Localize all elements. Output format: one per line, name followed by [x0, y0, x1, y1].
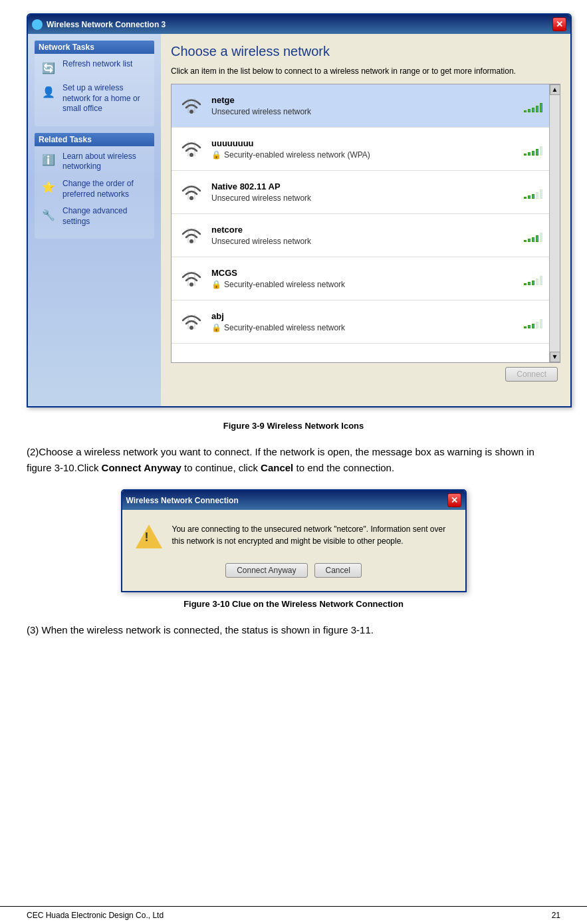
scrollbar[interactable]: ▲ ▼ — [549, 84, 560, 362]
connect-anyway-bold: Connect Anyway — [102, 462, 181, 473]
lock-icon: 🔒 — [211, 150, 221, 160]
warning-dialog-wrapper: Wireless Network Connection ✕ You are co… — [27, 489, 560, 592]
network-security: 🔒 Security-enabled wireless network — [211, 280, 517, 289]
network-name: uuuuuuuu — [211, 138, 517, 148]
body-paragraph: (2)Choose a wireless network you want to… — [27, 444, 560, 476]
wifi-icon — [178, 179, 205, 205]
connect-button[interactable]: Connect — [505, 367, 558, 382]
network-security: 🔒 Security-enabled wireless network (WPA… — [211, 150, 517, 160]
network-name: netge — [211, 95, 517, 105]
star-icon: ⭐ — [40, 179, 57, 196]
footer-company: CEC Huada Electronic Design Co., Ltd — [27, 911, 164, 920]
scroll-up-arrow[interactable]: ▲ — [550, 84, 560, 95]
network-name: netcore — [211, 225, 517, 235]
network-name: MCGS — [211, 268, 517, 278]
choose-network-desc: Click an item in the list below to conne… — [171, 66, 560, 77]
network-list[interactable]: netge Unsecured wireless network uuuuuuu — [172, 84, 549, 362]
warning-dialog: Wireless Network Connection ✕ You are co… — [121, 489, 467, 592]
window-body: Network Tasks 🔄 Refresh network list 👤 S… — [28, 34, 570, 406]
change-advanced-label: Change advanced settings — [62, 206, 149, 227]
signal-bars — [524, 229, 542, 242]
learn-wireless-item[interactable]: ℹ️ Learn about wireless networking — [40, 152, 149, 172]
warning-body: You are connecting to the unsecured netw… — [122, 510, 465, 591]
refresh-icon: 🔄 — [40, 59, 57, 76]
related-tasks-title: Related Tasks — [35, 133, 154, 146]
change-order-item[interactable]: ⭐ Change the order of preferred networks — [40, 179, 149, 199]
warning-message: You are connecting to the unsecured netw… — [172, 523, 452, 547]
svg-point-15 — [189, 326, 193, 330]
titlebar-buttons: ✕ — [552, 17, 566, 31]
wifi-icon — [178, 265, 205, 292]
network-name: abj — [211, 311, 517, 321]
network-security: Unsecured wireless network — [211, 193, 517, 203]
network-info: Native 802.11 AP Unsecured wireless netw… — [211, 181, 517, 203]
signal-bars — [524, 185, 542, 199]
network-item[interactable]: MCGS 🔒 Security-enabled wireless network — [172, 257, 549, 300]
page-content: Wireless Network Connection 3 ✕ Network … — [0, 0, 587, 651]
warning-triangle-icon — [136, 524, 162, 548]
lock-icon: 🔒 — [211, 280, 221, 289]
refresh-network-label: Refresh network list — [62, 59, 132, 70]
svg-point-3 — [189, 153, 193, 157]
network-item[interactable]: abj 🔒 Security-enabled wireless network — [172, 300, 549, 344]
figure1-caption: Figure 3-9 Wireless Network Icons — [27, 421, 560, 431]
page-footer: CEC Huada Electronic Design Co., Ltd 21 — [0, 906, 587, 924]
network-list-container: netge Unsecured wireless network uuuuuuu — [171, 84, 560, 363]
network-info: MCGS 🔒 Security-enabled wireless network — [211, 268, 517, 289]
signal-bars — [524, 315, 542, 328]
network-security: 🔒 Security-enabled wireless network — [211, 323, 517, 332]
warning-buttons: Connect Anyway Cancel — [136, 563, 452, 578]
lock-icon: 🔒 — [211, 323, 221, 332]
close-button[interactable]: ✕ — [552, 17, 566, 31]
svg-point-12 — [189, 283, 193, 287]
wifi-icon — [178, 136, 205, 162]
network-item[interactable]: uuuuuuuu 🔒 Security-enabled wireless net… — [172, 128, 549, 171]
signal-bars — [524, 272, 542, 285]
network-tasks-section: Network Tasks 🔄 Refresh network list 👤 S… — [35, 41, 154, 126]
network-info: uuuuuuuu 🔒 Security-enabled wireless net… — [211, 138, 517, 160]
network-item[interactable]: netcore Unsecured wireless network — [172, 214, 549, 257]
titlebar-title: Wireless Network Connection 3 — [32, 19, 166, 30]
gear-icon: 🔧 — [40, 206, 57, 223]
cancel-bold: Cancel — [261, 462, 293, 473]
setup-icon: 👤 — [40, 83, 57, 100]
wifi-icon — [178, 222, 205, 249]
network-security: Unsecured wireless network — [211, 237, 517, 246]
svg-point-9 — [189, 239, 193, 243]
network-name: Native 802.11 AP — [211, 181, 517, 191]
network-info: abj 🔒 Security-enabled wireless network — [211, 311, 517, 332]
refresh-network-item[interactable]: 🔄 Refresh network list — [40, 59, 149, 76]
last-paragraph: (3) When the wireless network is connect… — [27, 622, 560, 638]
connect-button-area: Connect — [171, 363, 560, 386]
svg-point-6 — [189, 196, 193, 200]
left-panel: Network Tasks 🔄 Refresh network list 👤 S… — [28, 34, 161, 406]
svg-point-0 — [189, 110, 193, 114]
connect-anyway-button[interactable]: Connect Anyway — [225, 563, 307, 578]
warning-close-button[interactable]: ✕ — [447, 493, 461, 507]
network-info: netge Unsecured wireless network — [211, 95, 517, 116]
warning-titlebar: Wireless Network Connection ✕ — [122, 491, 465, 510]
cancel-button[interactable]: Cancel — [314, 563, 362, 578]
setup-network-item[interactable]: 👤 Set up a wireless network for a home o… — [40, 83, 149, 114]
network-item[interactable]: Native 802.11 AP Unsecured wireless netw… — [172, 171, 549, 214]
change-order-label: Change the order of preferred networks — [62, 179, 149, 199]
choose-network-title: Choose a wireless network — [171, 44, 560, 59]
figure2-caption: Figure 3-10 Clue on the Wireless Network… — [27, 599, 560, 609]
network-info: netcore Unsecured wireless network — [211, 225, 517, 246]
related-tasks-section: Related Tasks ℹ️ Learn about wireless ne… — [35, 133, 154, 239]
wifi-icon — [178, 308, 205, 335]
warning-title: Wireless Network Connection — [126, 496, 239, 505]
body-text-3: to end the connection. — [293, 462, 394, 473]
network-security: Unsecured wireless network — [211, 107, 517, 116]
network-item[interactable]: netge Unsecured wireless network — [172, 84, 549, 128]
wifi-icon — [178, 92, 205, 119]
change-advanced-item[interactable]: 🔧 Change advanced settings — [40, 206, 149, 227]
wireless-network-window: Wireless Network Connection 3 ✕ Network … — [27, 13, 572, 407]
setup-network-label: Set up a wireless network for a home or … — [62, 83, 149, 114]
titlebar: Wireless Network Connection 3 ✕ — [28, 15, 570, 34]
warning-content: You are connecting to the unsecured netw… — [136, 523, 452, 550]
titlebar-icon — [32, 19, 43, 30]
warning-icon — [136, 523, 162, 550]
signal-bars — [524, 99, 542, 112]
scroll-down-arrow[interactable]: ▼ — [550, 352, 560, 362]
